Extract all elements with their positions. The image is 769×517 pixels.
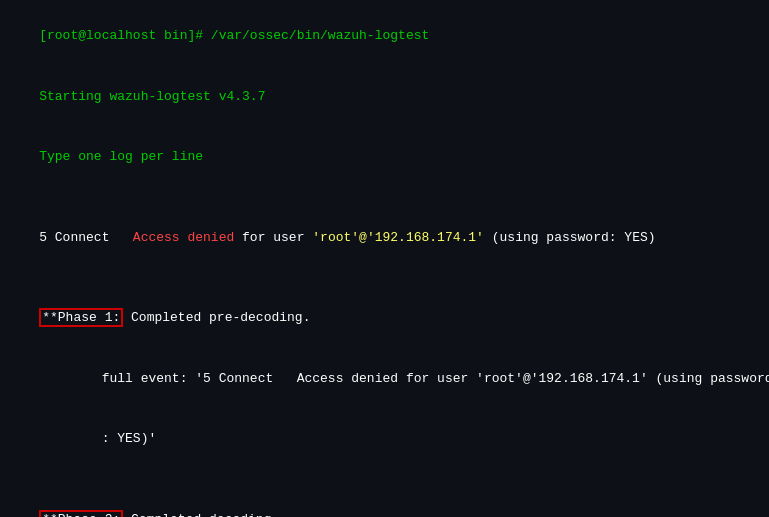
connect-for: for user — [234, 230, 312, 245]
phase1-full-event: full event: '5 Connect Access denied for… — [8, 348, 761, 408]
phase2-box: **Phase 2: — [39, 510, 123, 517]
type-line: Type one log per line — [8, 127, 761, 187]
phase1-full-text: full event: '5 Connect Access denied for… — [39, 371, 769, 386]
connect-password: (using password: YES) — [484, 230, 656, 245]
phase2-text: Completed decoding. — [123, 512, 279, 517]
connect-line: 5 Connect Access denied for user 'root'@… — [8, 207, 761, 267]
phase1-box: **Phase 1: — [39, 308, 123, 327]
phase1-text: Completed pre-decoding. — [123, 310, 310, 325]
access-denied-text: Access denied — [133, 230, 234, 245]
phase2-header: **Phase 2: Completed decoding. — [8, 489, 761, 517]
blank-line-2 — [8, 268, 761, 288]
phase1-header: **Phase 1: Completed pre-decoding. — [8, 288, 761, 348]
blank-line-1 — [8, 187, 761, 207]
phase1-continuation: : YES)' — [8, 409, 761, 469]
blank-line-3 — [8, 469, 761, 489]
phase1-cont-text: : YES)' — [39, 431, 156, 446]
starting-text: Starting wazuh-logtest v4.3.7 — [39, 89, 265, 104]
terminal-window: [root@localhost bin]# /var/ossec/bin/waz… — [0, 0, 769, 517]
command-line: [root@localhost bin]# /var/ossec/bin/waz… — [8, 6, 761, 66]
connect-prefix: 5 Connect — [39, 230, 133, 245]
prompt-text: [root@localhost bin]# /var/ossec/bin/waz… — [39, 28, 429, 43]
starting-line: Starting wazuh-logtest v4.3.7 — [8, 66, 761, 126]
type-text: Type one log per line — [39, 149, 203, 164]
connect-user: 'root'@'192.168.174.1' — [312, 230, 484, 245]
